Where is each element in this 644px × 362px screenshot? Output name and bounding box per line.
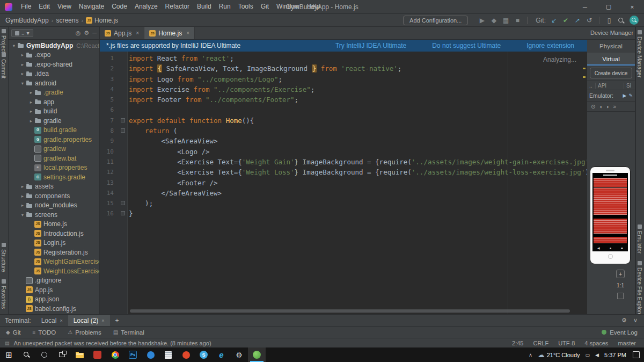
tool-stripe-device-manager[interactable]: Device Manager bbox=[636, 30, 643, 77]
maximize-button[interactable]: ▢ bbox=[597, 0, 620, 13]
banner-link-ignore-extension[interactable]: Ignore extension bbox=[526, 42, 574, 49]
settings-icon[interactable] bbox=[230, 347, 248, 362]
toolwindow-git[interactable]: ◆Git bbox=[0, 327, 26, 338]
tree-item-app-json[interactable]: {}app.json bbox=[9, 295, 99, 305]
expand-arrow-icon[interactable]: ▸ bbox=[19, 184, 26, 189]
horizontal-scrollbar[interactable] bbox=[130, 309, 570, 313]
tree-item-gitignore[interactable]: .gitignore bbox=[9, 276, 99, 286]
editor-tab-app-js[interactable]: JSApp.js× bbox=[100, 27, 144, 39]
overflow-icon[interactable]: » bbox=[613, 104, 616, 110]
weather-widget[interactable]: ☁ 21°C Cloudy bbox=[538, 351, 580, 359]
tree-item-settings-gradle[interactable]: Gsettings.gradle bbox=[9, 172, 99, 182]
skype-icon[interactable]: S bbox=[195, 347, 213, 362]
edit-device-icon[interactable]: ✎ bbox=[628, 93, 633, 98]
menu-build[interactable]: Build bbox=[193, 0, 215, 13]
emulator-preview[interactable]: ◀ ● ■ bbox=[590, 166, 631, 264]
coverage-button[interactable]: ▦ bbox=[500, 15, 511, 26]
terminal-tab-local[interactable]: Local× bbox=[36, 315, 68, 326]
tree-item-introduction-js[interactable]: JSIntroduction.js bbox=[9, 229, 99, 238]
home-button[interactable] bbox=[608, 254, 613, 259]
menu-edit[interactable]: Edit bbox=[35, 0, 54, 13]
status-message[interactable]: An unexpected packet was received before… bbox=[14, 340, 211, 346]
fold-marker[interactable] bbox=[117, 115, 129, 126]
notes-icon[interactable] bbox=[159, 347, 177, 362]
project-view-selector[interactable]: .. ▾ bbox=[11, 29, 33, 37]
task-view-button[interactable] bbox=[53, 347, 71, 362]
volume-down-icon[interactable]: ◖ bbox=[599, 104, 602, 110]
tree-item-gradle-properties[interactable]: Ggradle.properties bbox=[9, 135, 99, 144]
device-tab-physical[interactable]: Physical bbox=[587, 40, 635, 53]
zoom-in-button[interactable]: + bbox=[616, 270, 625, 278]
menu-view[interactable]: View bbox=[54, 0, 75, 13]
fold-marker[interactable] bbox=[117, 198, 129, 208]
breadcrumb-item-home-js[interactable]: JSHome.js bbox=[86, 17, 118, 24]
display-tray-icon[interactable]: ▭ bbox=[586, 352, 590, 358]
tree-item-build-gradle[interactable]: Gbuild.gradle bbox=[9, 126, 99, 135]
menu-file[interactable]: File bbox=[17, 0, 35, 13]
tree-item-gradle[interactable]: ▸.gradle bbox=[9, 88, 99, 98]
line-separator[interactable]: CRLF bbox=[533, 340, 548, 346]
opera-icon[interactable] bbox=[177, 347, 195, 362]
expand-arrow-icon[interactable]: ▸ bbox=[19, 202, 26, 208]
run-button[interactable]: ▶ bbox=[476, 15, 488, 26]
hide-icon[interactable]: ─ bbox=[92, 30, 97, 37]
search-icon[interactable] bbox=[615, 15, 627, 26]
expand-arrow-icon[interactable]: ▸ bbox=[28, 99, 34, 105]
breadcrumb-item-gymbuddyapp[interactable]: GymBuddyApp bbox=[5, 17, 49, 24]
git-commit-button[interactable]: ✔ bbox=[560, 15, 572, 26]
create-device-button[interactable]: Create device bbox=[590, 68, 632, 78]
git-rollback-button[interactable]: ↺ bbox=[583, 15, 595, 26]
tree-item-gradlew-bat[interactable]: gradlew.bat bbox=[9, 154, 99, 163]
tool-stripe-favorites[interactable]: Favorites bbox=[1, 279, 7, 309]
tree-item-screens[interactable]: ▾screens bbox=[9, 210, 99, 220]
terminal-tab-local-2[interactable]: Local (2)× bbox=[68, 315, 110, 326]
tree-item-assets[interactable]: ▸assets bbox=[9, 182, 99, 192]
minimize-button[interactable]: ─ bbox=[573, 0, 597, 13]
tree-item-home-js[interactable]: JSHome.js bbox=[9, 220, 99, 229]
tree-item-babel-config-js[interactable]: JSbabel.config.js bbox=[9, 304, 99, 314]
tree-item-build[interactable]: ▸build bbox=[9, 107, 99, 117]
tree-item-node-modules[interactable]: ▸node_modules bbox=[9, 201, 99, 211]
file-explorer-icon[interactable] bbox=[71, 347, 89, 362]
expand-arrow-icon[interactable]: ▸ bbox=[19, 193, 26, 199]
photoshop-icon[interactable]: Ps bbox=[124, 347, 142, 362]
collapse-arrow-icon[interactable]: ▾ bbox=[19, 81, 26, 86]
collapse-panel-icon[interactable]: ∨ bbox=[633, 317, 638, 324]
phone-screen[interactable]: ◀ ● ■ bbox=[592, 173, 628, 251]
fold-marker[interactable] bbox=[117, 126, 129, 136]
git-push-button[interactable]: ↗ bbox=[572, 15, 583, 26]
notification-icon[interactable]: ▤ bbox=[5, 341, 10, 346]
tree-item-local-properties[interactable]: ≡local.properties bbox=[9, 163, 99, 173]
app-blue-icon[interactable] bbox=[142, 347, 159, 362]
menu-git[interactable]: Git bbox=[257, 0, 273, 13]
tray-expand-icon[interactable]: ∧ bbox=[529, 352, 532, 358]
banner-link-try-intellij-idea-ultimate[interactable]: Try IntelliJ IDEA Ultimate bbox=[335, 42, 406, 49]
menu-help[interactable]: Help bbox=[303, 0, 324, 13]
toolwindow-todo[interactable]: ≡TODO bbox=[26, 327, 62, 338]
expand-arrow-icon[interactable]: ▸ bbox=[19, 62, 26, 67]
tool-stripe-device-file-explorer[interactable]: Device File Explorer bbox=[636, 261, 643, 314]
layout-button[interactable]: ▯ bbox=[603, 15, 615, 26]
volume-tray-icon[interactable]: ◀ bbox=[595, 352, 599, 358]
volume-up-icon[interactable]: ◗ bbox=[606, 104, 609, 110]
locate-icon[interactable]: ◎ bbox=[76, 30, 81, 37]
close-tab-icon[interactable]: × bbox=[101, 318, 104, 323]
chrome-icon[interactable] bbox=[106, 347, 124, 362]
debug-button[interactable]: ◆ bbox=[488, 15, 500, 26]
event-log-button[interactable]: Event Log bbox=[602, 329, 644, 336]
start-button[interactable] bbox=[0, 347, 18, 362]
tree-item-app-js[interactable]: JSApp.js bbox=[9, 285, 99, 295]
tree-item-components[interactable]: ▸components bbox=[9, 191, 99, 201]
tree-item-gymbuddyapp[interactable]: ▾GymBuddyAppC:\React-N bbox=[9, 41, 99, 50]
home-icon[interactable]: ● bbox=[610, 247, 612, 250]
tree-item-weightlossexercises[interactable]: JSWeightLossExercises bbox=[9, 266, 99, 276]
search-everywhere-button[interactable] bbox=[630, 16, 639, 25]
breadcrumb-item-screens[interactable]: screens bbox=[56, 17, 78, 24]
tool-stripe-structure[interactable]: Structure bbox=[1, 243, 7, 272]
recents-icon[interactable]: ■ bbox=[621, 247, 623, 250]
tree-item-idea[interactable]: ▸.idea bbox=[9, 69, 99, 79]
tool-stripe-emulator[interactable]: Emulator bbox=[636, 225, 643, 254]
close-button[interactable]: × bbox=[620, 0, 644, 13]
close-tab-icon[interactable]: × bbox=[186, 30, 189, 36]
banner-link-do-not-suggest-ultimate[interactable]: Do not suggest Ultimate bbox=[432, 42, 501, 49]
